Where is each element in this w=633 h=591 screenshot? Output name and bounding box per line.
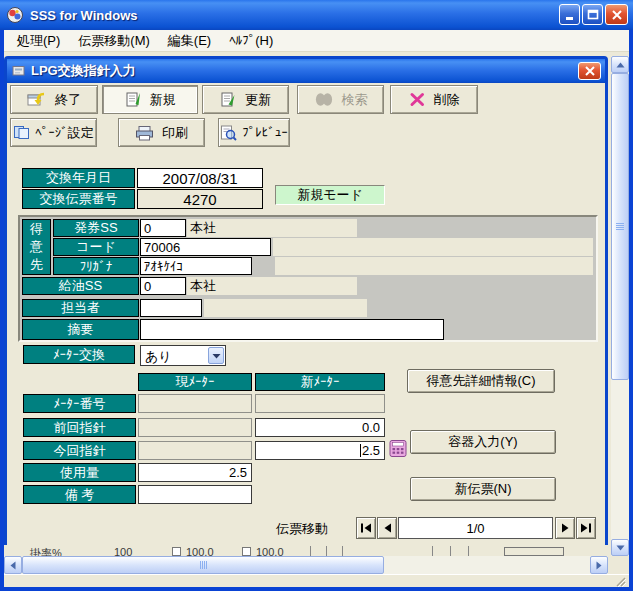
fragment-text: 100.0: [256, 546, 284, 556]
chevron-up-icon: [616, 62, 625, 68]
chevron-down-icon: [212, 353, 221, 359]
v-scroll-thumb[interactable]: [611, 73, 629, 380]
dialog-title-bar: LPG交換指針入力: [7, 59, 605, 83]
delete-label: 削除: [434, 91, 460, 109]
page-setup-icon: [13, 125, 30, 140]
meter-exchange-label: ﾒｰﾀｰ交換: [23, 345, 135, 364]
next-record-icon: [561, 523, 570, 533]
close-button[interactable]: [605, 4, 628, 25]
delete-button[interactable]: 削除: [390, 85, 478, 114]
scroll-right-button[interactable]: [590, 556, 608, 574]
container-input-button[interactable]: 容器入力(Y): [410, 430, 556, 454]
furigana-field[interactable]: ｱｵｷｹｲｺ: [140, 257, 252, 275]
dropdown-button[interactable]: [208, 347, 224, 364]
update-label: 更新: [245, 91, 271, 109]
preview-icon: [220, 125, 237, 141]
exit-button[interactable]: 終了: [10, 85, 98, 114]
scroll-up-button[interactable]: [611, 56, 629, 73]
text-caret: [360, 444, 361, 457]
previous-reading-new-field[interactable]: 0.0: [255, 418, 385, 437]
menu-item-edit[interactable]: 編集(E): [159, 30, 220, 52]
window-title: SSS for Windows: [30, 8, 138, 23]
menu-item-process[interactable]: 処理(P): [8, 30, 69, 52]
furigana-label: ﾌﾘｶﾞﾅ: [53, 257, 139, 275]
prev-record-icon: [383, 523, 392, 533]
menu-item-slip-move[interactable]: 伝票移動(M): [69, 30, 159, 52]
dialog-close-button[interactable]: [578, 62, 601, 80]
current-reading-current-field: [138, 441, 252, 460]
scroll-down-button[interactable]: [611, 539, 629, 556]
customer-detail-button[interactable]: 得意先詳細情報(C): [407, 369, 555, 393]
dialog-icon: [12, 64, 26, 78]
horizontal-scrollbar[interactable]: [4, 556, 608, 574]
furigana-strip: [275, 257, 593, 275]
slip-number-field: 4270: [137, 189, 263, 209]
menu-item-help[interactable]: ﾍﾙﾌﾟ(H): [220, 31, 282, 50]
summary-field[interactable]: [140, 319, 444, 340]
print-icon: [135, 125, 154, 141]
nav-prev-button[interactable]: [377, 517, 397, 539]
meter-exchange-select[interactable]: あり: [140, 345, 226, 366]
fragment-checkbox: [242, 547, 251, 556]
h-scroll-thumb[interactable]: [22, 556, 384, 574]
note-label: 備 考: [23, 485, 136, 504]
new-slip-button[interactable]: 新伝票(N): [410, 477, 556, 501]
note-field[interactable]: [138, 485, 252, 504]
status-bar: [4, 574, 629, 587]
current-reading-new-value: 2.5: [362, 443, 380, 458]
minimize-button[interactable]: [559, 4, 580, 25]
last-record-icon: [580, 523, 592, 533]
background-window-fragment: 掛率% 100 100.0 100.0: [4, 545, 608, 556]
exit-label: 終了: [55, 91, 81, 109]
scroll-left-button[interactable]: [4, 556, 22, 574]
vertical-scrollbar[interactable]: [611, 56, 629, 556]
new-meter-header: 新ﾒｰﾀｰ: [255, 373, 385, 391]
meter-number-current-field: [138, 394, 252, 413]
chevron-right-icon: [596, 561, 602, 570]
new-button[interactable]: 新規: [102, 85, 198, 114]
search-icon: [314, 92, 334, 107]
meter-number-new-field: [255, 394, 385, 413]
nav-position: 1/0: [398, 517, 553, 539]
exchange-date-field[interactable]: 2007/08/31: [137, 168, 263, 188]
nav-last-button[interactable]: [576, 517, 596, 539]
dialog-content: 終了 新規 更新 検索 削除 ﾍﾟｰｼﾞ設定: [7, 83, 605, 545]
issuing-ss-name: 本社: [187, 219, 357, 237]
summary-label: 摘要: [22, 319, 139, 340]
print-button[interactable]: 印刷: [118, 118, 205, 147]
maximize-button[interactable]: [582, 4, 603, 25]
preview-label: ﾌﾟﾚﾋﾞｭｰ: [242, 125, 288, 140]
issuing-ss-field[interactable]: 0: [140, 219, 186, 237]
window-title-bar: SSS for Windows: [0, 0, 633, 30]
mode-badge: 新規モード: [275, 185, 385, 205]
lpg-dialog: LPG交換指針入力 終了 新規 更新 検索 削除: [4, 56, 608, 548]
current-reading-new-field[interactable]: 2.5: [255, 441, 385, 460]
chevron-left-icon: [10, 561, 16, 570]
resize-grip[interactable]: [615, 576, 627, 588]
fragment-text: 100: [114, 546, 132, 556]
staff-name-strip: [204, 299, 367, 317]
nav-next-button[interactable]: [555, 517, 575, 539]
staff-field[interactable]: [140, 299, 202, 317]
page-setup-button[interactable]: ﾍﾟｰｼﾞ設定: [10, 118, 97, 147]
slip-number-label: 交換伝票番号: [22, 189, 135, 209]
fueling-ss-label: 給油SS: [22, 277, 139, 295]
menu-bar: 処理(P) 伝票移動(M) 編集(E) ﾍﾙﾌﾟ(H): [4, 30, 629, 52]
customer-code-field[interactable]: 70006: [140, 238, 271, 256]
dialog-title: LPG交換指針入力: [31, 62, 136, 80]
calculator-icon[interactable]: [388, 438, 409, 459]
update-icon: [220, 91, 237, 108]
preview-button[interactable]: ﾌﾟﾚﾋﾞｭｰ: [218, 118, 290, 147]
nav-first-button[interactable]: [356, 517, 376, 539]
staff-label: 担当者: [22, 299, 139, 317]
meter-exchange-value: あり: [145, 348, 172, 366]
app-window: SSS for Windows 処理(P) 伝票移動(M) 編集(E) ﾍﾙﾌﾟ…: [0, 0, 633, 591]
slip-nav-label: 伝票移動: [276, 520, 328, 538]
page-setup-label: ﾍﾟｰｼﾞ設定: [35, 124, 94, 142]
search-button[interactable]: 検索: [297, 85, 384, 114]
meter-number-label: ﾒｰﾀｰ番号: [23, 394, 136, 413]
new-label: 新規: [150, 91, 176, 109]
exit-icon: [27, 92, 47, 108]
fueling-ss-field[interactable]: 0: [140, 277, 186, 295]
update-button[interactable]: 更新: [202, 85, 289, 114]
